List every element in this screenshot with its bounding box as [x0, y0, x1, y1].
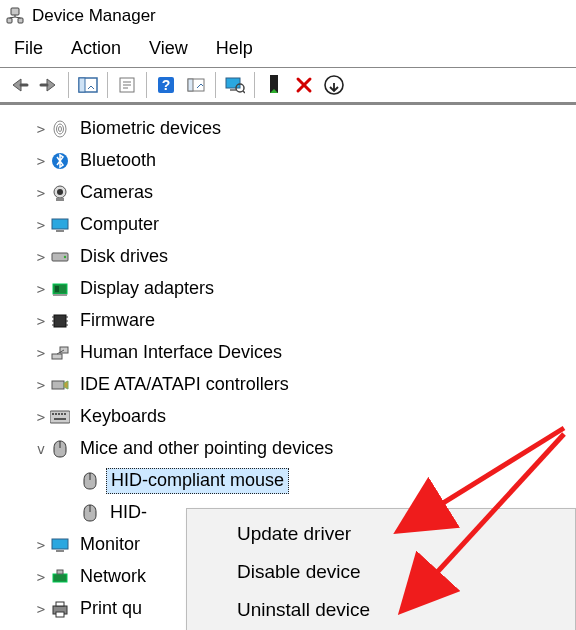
toolbar-separator [146, 72, 147, 98]
svg-point-27 [57, 124, 64, 134]
svg-rect-17 [188, 79, 193, 91]
chevron-right-icon[interactable]: > [32, 377, 50, 394]
menu-action[interactable]: Action [71, 38, 121, 59]
ide-icon [50, 375, 70, 395]
svg-rect-63 [53, 574, 67, 582]
mouse-icon [80, 503, 100, 523]
tree-node-label: Disk drives [76, 245, 172, 269]
chevron-right-icon[interactable]: > [32, 569, 50, 586]
tree-node-biometric[interactable]: > Biometric devices [8, 113, 576, 145]
menu-file[interactable]: File [14, 38, 43, 59]
help-button[interactable]: ? [151, 71, 181, 99]
chevron-right-icon[interactable]: > [32, 313, 50, 330]
svg-rect-1 [7, 18, 12, 23]
mouse-icon [80, 471, 100, 491]
disk-icon [50, 247, 70, 267]
menu-view[interactable]: View [149, 38, 188, 59]
tree-node-label: Cameras [76, 181, 157, 205]
monitor-icon [50, 535, 70, 555]
menu-help[interactable]: Help [216, 38, 253, 59]
chevron-right-icon[interactable]: > [32, 153, 50, 170]
svg-point-36 [64, 256, 66, 258]
svg-rect-66 [56, 602, 64, 606]
update-driver-button[interactable] [319, 71, 349, 99]
tree-node-cameras[interactable]: > Cameras [8, 177, 576, 209]
tree-node-label: Firmware [76, 309, 159, 333]
svg-line-21 [243, 91, 245, 93]
toolbar-separator [68, 72, 69, 98]
svg-rect-53 [55, 413, 57, 415]
chevron-right-icon[interactable]: > [32, 185, 50, 202]
chevron-right-icon[interactable]: > [32, 281, 50, 298]
tree-node-label: Display adapters [76, 277, 218, 301]
back-button[interactable] [4, 71, 34, 99]
monitor-scan-button[interactable] [220, 71, 250, 99]
context-update-driver[interactable]: Update driver [187, 515, 575, 553]
svg-rect-47 [52, 354, 62, 359]
mouse-icon [50, 439, 70, 459]
svg-line-4 [10, 17, 16, 18]
chevron-right-icon[interactable]: > [32, 409, 50, 426]
properties-button[interactable] [112, 71, 142, 99]
svg-point-26 [54, 121, 66, 137]
chevron-right-icon[interactable]: > [32, 217, 50, 234]
tree-node-label: Print qu [76, 597, 146, 621]
forward-button[interactable] [34, 71, 64, 99]
tree-node-mice[interactable]: v Mice and other pointing devices [8, 433, 576, 465]
tree-node-display[interactable]: > Display adapters [8, 273, 576, 305]
chip-icon [50, 311, 70, 331]
chevron-right-icon[interactable]: > [32, 345, 50, 362]
menu-bar: File Action View Help [0, 32, 576, 67]
chevron-down-icon[interactable]: v [32, 441, 50, 458]
svg-point-31 [57, 189, 63, 195]
svg-rect-64 [57, 570, 63, 574]
toolbar: ? [0, 67, 576, 103]
svg-rect-62 [56, 550, 64, 552]
uninstall-button[interactable] [289, 71, 319, 99]
chevron-right-icon[interactable]: > [32, 537, 50, 554]
tree-node-hid-mouse-1[interactable]: HID-compliant mouse [8, 465, 576, 497]
svg-rect-56 [64, 413, 66, 415]
svg-line-5 [15, 17, 21, 18]
computer-icon [50, 215, 70, 235]
tree-node-label: HID-compliant mouse [106, 468, 289, 494]
tree-node-label: Computer [76, 213, 163, 237]
tree-node-ide[interactable]: > IDE ATA/ATAPI controllers [8, 369, 576, 401]
show-hide-console-button[interactable] [73, 71, 103, 99]
keyboard-icon [50, 407, 70, 427]
svg-point-28 [59, 127, 62, 132]
chevron-right-icon[interactable]: > [32, 601, 50, 618]
enable-device-button[interactable] [259, 71, 289, 99]
tree-node-hid[interactable]: > Human Interface Devices [8, 337, 576, 369]
tree-node-label: Bluetooth [76, 149, 160, 173]
tree-node-firmware[interactable]: > Firmware [8, 305, 576, 337]
tree-node-label: Mice and other pointing devices [76, 437, 337, 461]
app-icon [6, 7, 24, 25]
svg-rect-9 [79, 78, 85, 92]
tree-node-label: Network [76, 565, 150, 589]
chevron-right-icon[interactable]: > [32, 121, 50, 138]
tree-node-label: Human Interface Devices [76, 341, 286, 365]
scan-hardware-button[interactable] [181, 71, 211, 99]
tree-node-computer[interactable]: > Computer [8, 209, 576, 241]
svg-rect-33 [52, 219, 68, 229]
hid-icon [50, 343, 70, 363]
tree-node-bluetooth[interactable]: > Bluetooth [8, 145, 576, 177]
chevron-right-icon[interactable]: > [32, 249, 50, 266]
context-disable-device[interactable]: Disable device [187, 553, 575, 591]
svg-rect-55 [61, 413, 63, 415]
tree-node-disk[interactable]: > Disk drives [8, 241, 576, 273]
svg-rect-0 [11, 8, 19, 15]
fingerprint-icon [50, 119, 70, 139]
svg-rect-61 [52, 539, 68, 549]
window-titlebar: Device Manager [0, 0, 576, 32]
tree-node-label: IDE ATA/ATAPI controllers [76, 373, 293, 397]
svg-rect-57 [54, 418, 66, 420]
svg-rect-51 [50, 411, 70, 423]
context-uninstall-device[interactable]: Uninstall device [187, 591, 575, 629]
printer-icon [50, 599, 70, 619]
tree-node-label: Monitor [76, 533, 144, 557]
svg-rect-40 [54, 315, 66, 327]
tree-node-keyboards[interactable]: > Keyboards [8, 401, 576, 433]
svg-rect-67 [56, 612, 64, 617]
